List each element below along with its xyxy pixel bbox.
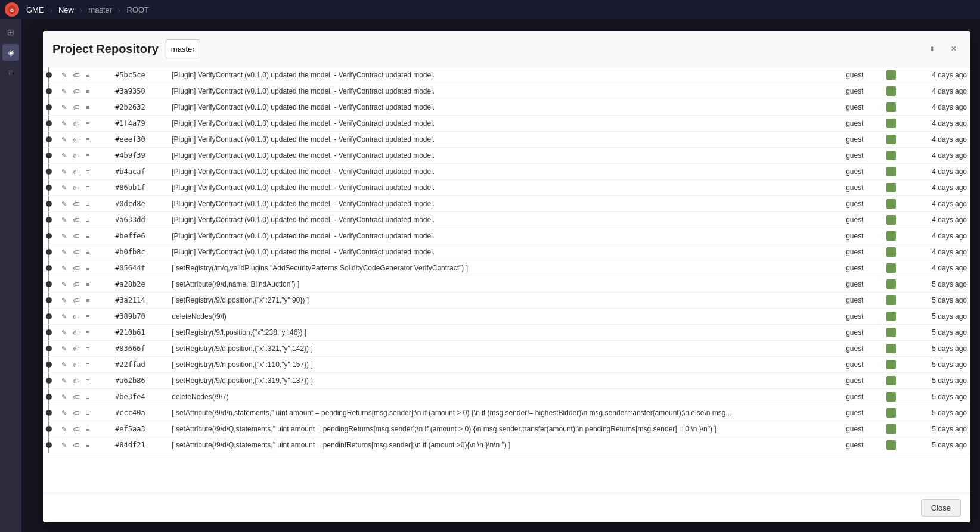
edit-icon[interactable]: ✎ [58, 424, 69, 434]
commit-hash[interactable]: #b4acaf [111, 164, 168, 180]
branch-select[interactable]: master [166, 39, 200, 58]
diff-icon[interactable]: ≡ [82, 182, 93, 193]
tag-icon[interactable]: 🏷 [70, 182, 81, 193]
edit-icon[interactable]: ✎ [58, 440, 69, 450]
tag-icon[interactable]: 🏷 [70, 247, 81, 257]
diff-icon[interactable]: ≡ [82, 440, 93, 450]
diff-icon[interactable]: ≡ [82, 311, 93, 322]
diff-icon[interactable]: ≡ [82, 118, 93, 129]
commit-hash[interactable]: #3a9350 [111, 83, 168, 99]
commit-hash[interactable]: #05644f [111, 260, 168, 276]
tag-icon[interactable]: 🏷 [70, 263, 81, 273]
breadcrumb-root[interactable]: ROOT [124, 4, 151, 15]
edit-icon[interactable]: ✎ [58, 150, 69, 161]
commits-container[interactable]: ✎ 🏷 ≡ #5bc5ce[Plugin] VerifyContract (v0… [43, 67, 970, 493]
commit-hash[interactable]: #83666f [111, 341, 168, 357]
edit-icon[interactable]: ✎ [58, 118, 69, 129]
modal-close-button[interactable]: × [947, 42, 961, 56]
diff-icon[interactable]: ≡ [82, 263, 93, 273]
edit-icon[interactable]: ✎ [58, 166, 69, 177]
tag-icon[interactable]: 🏷 [70, 440, 81, 450]
diff-icon[interactable]: ≡ [82, 214, 93, 225]
commit-hash[interactable]: #a633dd [111, 212, 168, 228]
tag-icon[interactable]: 🏷 [70, 279, 81, 290]
diff-icon[interactable]: ≡ [82, 407, 93, 418]
edit-icon[interactable]: ✎ [58, 214, 69, 225]
tag-icon[interactable]: 🏷 [70, 424, 81, 434]
commit-hash[interactable]: #3a2114 [111, 293, 168, 309]
sidebar-icon-diamond[interactable]: ◈ [2, 44, 19, 61]
sidebar-icon-grid[interactable]: ⊞ [2, 24, 19, 41]
breadcrumb-app[interactable]: GME [24, 4, 46, 15]
edit-icon[interactable]: ✎ [58, 359, 69, 370]
commit-hash[interactable]: #eeef30 [111, 132, 168, 148]
commit-hash[interactable]: #86bb1f [111, 180, 168, 196]
tag-icon[interactable]: 🏷 [70, 343, 81, 354]
commit-hash[interactable]: #b0fb8c [111, 244, 168, 260]
commit-hash[interactable]: #ccc40a [111, 405, 168, 421]
tag-icon[interactable]: 🏷 [70, 86, 81, 97]
tag-icon[interactable]: 🏷 [70, 295, 81, 306]
diff-icon[interactable]: ≡ [82, 231, 93, 241]
commit-hash[interactable]: #4b9f39 [111, 148, 168, 164]
tag-icon[interactable]: 🏷 [70, 311, 81, 322]
edit-icon[interactable]: ✎ [58, 343, 69, 354]
edit-icon[interactable]: ✎ [58, 295, 69, 306]
breadcrumb-new[interactable]: New [56, 4, 76, 15]
commit-hash[interactable]: #ef5aa3 [111, 421, 168, 437]
commit-hash[interactable]: #389b70 [111, 309, 168, 325]
commit-hash[interactable]: #22ffad [111, 357, 168, 373]
diff-icon[interactable]: ≡ [82, 424, 93, 434]
commit-hash[interactable]: #a28b2e [111, 276, 168, 293]
commit-hash[interactable]: #1f4a79 [111, 116, 168, 132]
diff-icon[interactable]: ≡ [82, 198, 93, 209]
tag-icon[interactable]: 🏷 [70, 166, 81, 177]
app-logo[interactable]: G [5, 2, 19, 17]
breadcrumb-master[interactable]: master [86, 4, 114, 15]
diff-icon[interactable]: ≡ [82, 150, 93, 161]
commit-hash[interactable]: #2b2632 [111, 99, 168, 116]
commit-hash[interactable]: #0dcd8e [111, 196, 168, 212]
commit-hash[interactable]: #84df21 [111, 437, 168, 453]
edit-icon[interactable]: ✎ [58, 70, 69, 80]
edit-icon[interactable]: ✎ [58, 311, 69, 322]
tag-icon[interactable]: 🏷 [70, 231, 81, 241]
diff-icon[interactable]: ≡ [82, 343, 93, 354]
sidebar-icon-menu[interactable]: ≡ [2, 64, 19, 81]
edit-icon[interactable]: ✎ [58, 134, 69, 145]
edit-icon[interactable]: ✎ [58, 198, 69, 209]
edit-icon[interactable]: ✎ [58, 247, 69, 257]
commit-hash[interactable]: #a62b86 [111, 373, 168, 389]
edit-icon[interactable]: ✎ [58, 231, 69, 241]
commit-hash[interactable]: #210b61 [111, 325, 168, 341]
commit-hash[interactable]: #5bc5ce [111, 67, 168, 83]
commit-hash[interactable]: #beffe6 [111, 228, 168, 244]
diff-icon[interactable]: ≡ [82, 247, 93, 257]
edit-icon[interactable]: ✎ [58, 407, 69, 418]
diff-icon[interactable]: ≡ [82, 166, 93, 177]
diff-icon[interactable]: ≡ [82, 102, 93, 113]
tag-icon[interactable]: 🏷 [70, 198, 81, 209]
tag-icon[interactable]: 🏷 [70, 118, 81, 129]
diff-icon[interactable]: ≡ [82, 279, 93, 290]
edit-icon[interactable]: ✎ [58, 327, 69, 338]
edit-icon[interactable]: ✎ [58, 375, 69, 386]
diff-icon[interactable]: ≡ [82, 295, 93, 306]
close-button[interactable]: Close [921, 499, 961, 517]
edit-icon[interactable]: ✎ [58, 391, 69, 402]
diff-icon[interactable]: ≡ [82, 359, 93, 370]
edit-icon[interactable]: ✎ [58, 182, 69, 193]
tag-icon[interactable]: 🏷 [70, 407, 81, 418]
tag-icon[interactable]: 🏷 [70, 70, 81, 80]
commit-hash[interactable]: #be3fe4 [111, 389, 168, 405]
edit-icon[interactable]: ✎ [58, 102, 69, 113]
tag-icon[interactable]: 🏷 [70, 359, 81, 370]
diff-icon[interactable]: ≡ [82, 391, 93, 402]
diff-icon[interactable]: ≡ [82, 327, 93, 338]
diff-icon[interactable]: ≡ [82, 134, 93, 145]
tag-icon[interactable]: 🏷 [70, 214, 81, 225]
tag-icon[interactable]: 🏷 [70, 102, 81, 113]
tag-icon[interactable]: 🏷 [70, 375, 81, 386]
diff-icon[interactable]: ≡ [82, 375, 93, 386]
edit-icon[interactable]: ✎ [58, 263, 69, 273]
